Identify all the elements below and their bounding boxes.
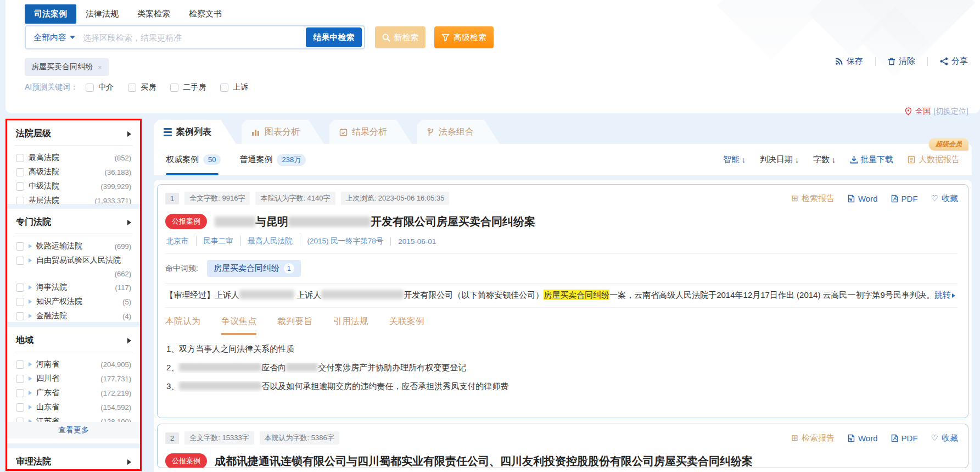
expand-icon[interactable] bbox=[29, 376, 32, 381]
case-title-link[interactable]: 与昆明开发有限公司房屋买卖合同纠纷案 bbox=[215, 214, 535, 229]
switch-location-link[interactable]: [切换定位] bbox=[933, 107, 968, 116]
nav-tab-judicial-cases[interactable]: 司法案例 bbox=[25, 4, 76, 24]
checkbox[interactable] bbox=[16, 389, 24, 397]
ai-keyword-zhongjie[interactable]: 中介 bbox=[86, 82, 114, 92]
checkbox[interactable] bbox=[220, 84, 228, 92]
filter-label[interactable]: 铁路运输法院 bbox=[36, 241, 82, 251]
expand-icon[interactable] bbox=[29, 285, 32, 290]
filter-label[interactable]: 四川省 bbox=[36, 374, 59, 384]
advanced-search-button[interactable]: 高级检索 bbox=[434, 26, 494, 48]
tab-court-opinion[interactable]: 本院认为 bbox=[165, 316, 200, 335]
jump-link[interactable]: 跳转 bbox=[934, 290, 955, 299]
word-download-button[interactable]: Word bbox=[848, 194, 878, 203]
expand-icon[interactable] bbox=[29, 258, 32, 263]
search-in-results-button[interactable]: 结果中检索 bbox=[306, 27, 362, 47]
sort-judgment-date[interactable]: 判决日期↓ bbox=[760, 154, 799, 165]
current-location[interactable]: 全国 bbox=[915, 107, 931, 116]
tab-label: 案例列表 bbox=[176, 126, 211, 138]
favorite-button[interactable]: ♡收藏 bbox=[931, 193, 958, 204]
search-report-button[interactable]: ⊞检索报告 bbox=[791, 193, 835, 204]
expand-icon[interactable] bbox=[29, 299, 32, 304]
section-header-court-level[interactable]: 法院层级 bbox=[15, 127, 132, 146]
checkbox[interactable] bbox=[16, 242, 24, 251]
expand-icon[interactable] bbox=[29, 362, 32, 367]
sort-smart[interactable]: 智能↓ bbox=[723, 154, 746, 165]
checkbox[interactable] bbox=[16, 284, 24, 292]
word-download-button[interactable]: Word bbox=[848, 434, 878, 443]
section-header-special-courts[interactable]: 专门法院 bbox=[15, 215, 132, 234]
checkbox[interactable] bbox=[16, 154, 24, 162]
action-label: 收藏 bbox=[942, 193, 958, 204]
region: 北京市 bbox=[165, 236, 196, 246]
expand-icon[interactable] bbox=[29, 391, 32, 395]
checkbox[interactable] bbox=[86, 84, 94, 92]
ai-keyword-maifang[interactable]: 买房 bbox=[128, 82, 156, 92]
checkbox[interactable] bbox=[16, 375, 24, 383]
expand-icon[interactable] bbox=[29, 314, 32, 318]
pdf-download-button[interactable]: PDF bbox=[891, 434, 918, 443]
list-icon bbox=[164, 128, 172, 136]
tab-ordinary-cases[interactable]: 普通案例 238万 bbox=[239, 154, 306, 166]
batch-download-label: 批量下载 bbox=[860, 154, 893, 165]
clear-button[interactable]: 清除 bbox=[888, 56, 915, 66]
ai-keyword-ershoufang[interactable]: 二手房 bbox=[170, 82, 206, 92]
search-report-button[interactable]: ⊞检索报告 bbox=[791, 433, 835, 443]
filter-label[interactable]: 基层法院 bbox=[29, 196, 59, 204]
vip-badge: 超级会员 bbox=[929, 138, 968, 151]
checkbox[interactable] bbox=[16, 197, 24, 204]
opinion-word-count: 本院认为字数: 5386字 bbox=[260, 431, 339, 445]
search-input[interactable] bbox=[83, 33, 306, 42]
filter-label[interactable]: 金融法院 bbox=[36, 311, 67, 321]
expand-icon[interactable] bbox=[29, 244, 32, 248]
new-search-button[interactable]: 新检索 bbox=[375, 26, 425, 48]
tab-result-analysis[interactable]: 结果分析 bbox=[329, 120, 412, 144]
filter-label[interactable]: 山东省 bbox=[36, 402, 59, 412]
hit-term-tag[interactable]: 房屋买卖合同纠纷 1 bbox=[207, 260, 301, 277]
filter-label[interactable]: 高级法院 bbox=[29, 167, 59, 177]
filter-label[interactable]: 最高法院 bbox=[29, 153, 59, 163]
checkbox[interactable] bbox=[170, 84, 178, 92]
save-button[interactable]: 保存 bbox=[835, 56, 863, 66]
nav-tab-similar-case-search[interactable]: 类案检索 bbox=[128, 4, 180, 24]
checkbox[interactable] bbox=[16, 298, 24, 306]
nav-tab-procuratorial-docs[interactable]: 检察文书 bbox=[180, 4, 231, 24]
filter-label[interactable]: 自由贸易试验区人民法院 bbox=[36, 256, 121, 265]
section-header-region[interactable]: 地域 bbox=[15, 334, 132, 352]
favorite-button[interactable]: ♡收藏 bbox=[931, 433, 958, 443]
tab-case-list[interactable]: 案例列表 bbox=[154, 120, 236, 144]
filter-label[interactable]: 广东省 bbox=[36, 388, 59, 398]
tab-dispute-focus[interactable]: 争议焦点 bbox=[221, 316, 256, 335]
checkbox[interactable] bbox=[16, 168, 24, 176]
batch-download-button[interactable]: 批量下载 bbox=[850, 154, 893, 165]
view-more-button[interactable]: 查看更多 bbox=[7, 422, 140, 438]
remove-tag-icon[interactable]: × bbox=[98, 63, 102, 71]
checkbox[interactable] bbox=[16, 312, 24, 320]
checkbox[interactable] bbox=[16, 182, 24, 191]
checkbox[interactable] bbox=[16, 360, 24, 369]
query-tag[interactable]: 房屋买卖合同纠纷 × bbox=[25, 58, 109, 76]
checkbox[interactable] bbox=[128, 84, 136, 92]
ai-keyword-shangsu[interactable]: 上诉 bbox=[220, 82, 248, 92]
tab-judgment-gist[interactable]: 裁判要旨 bbox=[277, 316, 312, 335]
section-header-trial-court[interactable]: 审理法院 bbox=[15, 455, 132, 469]
nav-tab-laws[interactable]: 法律法规 bbox=[76, 4, 128, 24]
share-button[interactable]: 分享 bbox=[940, 56, 968, 66]
checkbox[interactable] bbox=[16, 257, 24, 265]
tab-statute-combination[interactable]: 法条组合 bbox=[417, 120, 500, 144]
search-scope-dropdown[interactable]: 全部内容 bbox=[33, 32, 75, 43]
filter-label[interactable]: 中级法院 bbox=[29, 181, 59, 191]
filter-label[interactable]: 河南省 bbox=[36, 359, 59, 369]
filter-label[interactable]: 海事法院 bbox=[36, 282, 67, 292]
big-data-report-button[interactable]: 大数据报告 bbox=[908, 154, 960, 165]
tab-related-cases[interactable]: 关联案例 bbox=[389, 316, 424, 335]
tab-cited-laws[interactable]: 引用法规 bbox=[333, 316, 368, 335]
tab-chart-analysis[interactable]: 图表分析 bbox=[242, 120, 324, 144]
checkbox[interactable] bbox=[16, 403, 24, 412]
pdf-download-button[interactable]: PDF bbox=[891, 194, 918, 203]
filter-label[interactable]: 知识产权法院 bbox=[36, 297, 82, 307]
case-index: 2 bbox=[165, 432, 179, 444]
tab-authority-cases[interactable]: 权威案例 50 bbox=[166, 154, 221, 165]
case-title-link[interactable]: 成都讯捷通讯连锁有限公司与四川蜀都实业有限责任公司、四川友利投资控股股份有限公司… bbox=[215, 454, 753, 469]
sort-word-count[interactable]: 字数↓ bbox=[813, 154, 836, 165]
expand-icon[interactable] bbox=[29, 405, 32, 409]
